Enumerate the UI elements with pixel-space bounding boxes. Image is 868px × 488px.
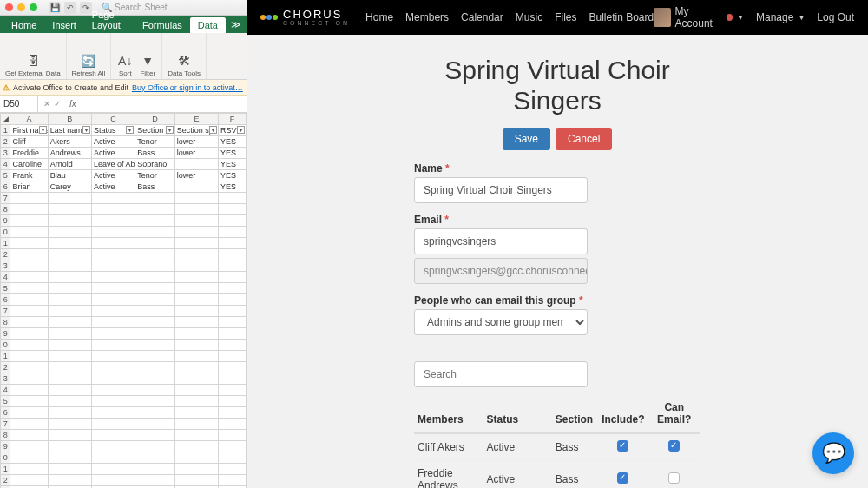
cell[interactable]: Brian — [10, 181, 48, 193]
cell[interactable] — [48, 430, 91, 441]
window-zoom-icon[interactable] — [30, 3, 37, 11]
cell[interactable]: YES — [219, 170, 247, 181]
cell[interactable] — [10, 204, 48, 215]
row-header[interactable]: 9 — [1, 441, 10, 452]
nav-members[interactable]: Members — [405, 11, 449, 23]
my-account-menu[interactable]: My Account ▼ — [654, 5, 744, 30]
filter-arrow-icon[interactable]: ▾ — [39, 126, 47, 134]
header-cell[interactable]: First name▾ — [10, 125, 48, 136]
cell[interactable] — [91, 430, 135, 441]
cell[interactable]: Active — [91, 148, 135, 159]
cell[interactable] — [10, 351, 48, 362]
sort-button[interactable]: A↓Sort — [116, 52, 134, 77]
cell[interactable] — [135, 396, 175, 407]
cell[interactable] — [219, 317, 247, 328]
cell[interactable] — [91, 351, 135, 362]
row-header[interactable]: 2 — [1, 136, 10, 148]
cell[interactable] — [174, 396, 218, 407]
row-header[interactable]: 0 — [1, 452, 10, 464]
filter-arrow-icon[interactable]: ▾ — [166, 126, 174, 134]
cell[interactable]: YES — [219, 148, 247, 159]
cell[interactable] — [174, 159, 218, 170]
cell[interactable] — [174, 475, 218, 486]
cell[interactable] — [48, 362, 91, 373]
row-header[interactable]: 2 — [1, 362, 10, 373]
formula-input[interactable] — [80, 96, 247, 112]
row-header[interactable]: 9 — [1, 215, 10, 227]
member-search-input[interactable] — [414, 361, 588, 387]
cell[interactable] — [219, 249, 247, 260]
tab-overflow-icon[interactable]: ≫ — [226, 16, 247, 33]
cell[interactable]: Frank — [10, 170, 48, 181]
buy-office-link[interactable]: Buy Office or sign in to activat… — [132, 83, 243, 92]
chat-widget-button[interactable]: 💬 — [812, 432, 854, 474]
cell[interactable] — [10, 193, 48, 204]
filter-arrow-icon[interactable]: ▾ — [237, 126, 245, 134]
can-email-checkbox[interactable] — [668, 472, 680, 484]
cell[interactable] — [135, 362, 175, 373]
cell[interactable] — [91, 227, 135, 238]
cell[interactable] — [91, 396, 135, 407]
cell[interactable] — [174, 328, 218, 340]
cell[interactable] — [174, 430, 218, 441]
cell[interactable] — [48, 373, 91, 385]
nav-files[interactable]: Files — [555, 11, 576, 23]
name-box[interactable]: D50 — [0, 96, 38, 112]
cell[interactable] — [91, 362, 135, 373]
cell[interactable]: Caroline — [10, 159, 48, 170]
cell[interactable] — [135, 385, 175, 396]
cell[interactable] — [174, 419, 218, 430]
filter-arrow-icon[interactable]: ▾ — [126, 126, 134, 134]
cell[interactable] — [219, 204, 247, 215]
row-header[interactable]: 4 — [1, 385, 10, 396]
header-cell[interactable]: RSVP▾ — [219, 125, 247, 136]
col-header-d[interactable]: D — [135, 114, 175, 125]
cell[interactable] — [174, 441, 218, 452]
row-header[interactable]: 7 — [1, 193, 10, 204]
cell[interactable] — [10, 328, 48, 340]
cell[interactable] — [48, 464, 91, 475]
can-email-checkbox[interactable] — [668, 440, 680, 452]
tab-insert[interactable]: Insert — [44, 17, 84, 33]
cell[interactable] — [10, 407, 48, 419]
window-minimize-icon[interactable] — [17, 3, 25, 11]
cell[interactable] — [48, 204, 91, 215]
row-header[interactable]: 8 — [1, 430, 10, 441]
cell[interactable] — [48, 283, 91, 294]
cell[interactable]: Soprano — [135, 159, 175, 170]
cell[interactable] — [48, 407, 91, 419]
col-header-a[interactable]: A — [10, 114, 48, 125]
cell[interactable]: lower — [174, 136, 218, 148]
cell[interactable] — [174, 238, 218, 249]
header-cell[interactable]: Status▾ — [91, 125, 135, 136]
col-header-e[interactable]: E — [174, 114, 218, 125]
cell[interactable] — [174, 193, 218, 204]
cell[interactable] — [135, 283, 175, 294]
cell[interactable] — [10, 373, 48, 385]
cell[interactable] — [10, 475, 48, 486]
cell[interactable] — [48, 351, 91, 362]
cell[interactable] — [48, 294, 91, 306]
cell[interactable] — [219, 238, 247, 249]
window-close-icon[interactable] — [5, 3, 13, 11]
cell[interactable] — [135, 351, 175, 362]
save-icon[interactable]: 💾 — [49, 2, 61, 14]
cell[interactable] — [219, 260, 247, 272]
cell[interactable] — [174, 283, 218, 294]
cell[interactable] — [219, 475, 247, 486]
tab-data[interactable]: Data — [190, 17, 226, 33]
cell[interactable] — [48, 249, 91, 260]
cell[interactable] — [48, 385, 91, 396]
row-header[interactable]: 6 — [1, 294, 10, 306]
cell[interactable] — [219, 362, 247, 373]
cell[interactable] — [135, 340, 175, 351]
row-header[interactable]: 3 — [1, 373, 10, 385]
cell[interactable]: Freddie — [10, 148, 48, 159]
row-header[interactable]: 1 — [1, 125, 10, 136]
cell[interactable] — [10, 294, 48, 306]
col-header-f[interactable]: F — [219, 114, 247, 125]
cell[interactable]: Bass — [135, 148, 175, 159]
cell[interactable] — [219, 464, 247, 475]
cell[interactable]: Cliff — [10, 136, 48, 148]
get-external-data-button[interactable]: 🗄Get External Data — [5, 52, 61, 77]
